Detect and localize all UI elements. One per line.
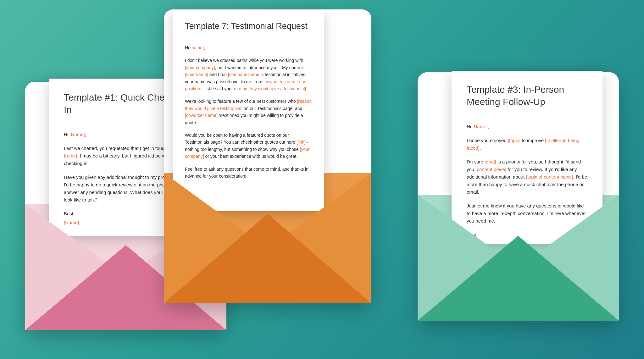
text: , (488, 124, 489, 129)
placeholder-name: [Name] (69, 132, 85, 137)
text: I hope you enjoyed (467, 138, 508, 143)
paragraph: Just let me know if you have any questio… (467, 202, 587, 225)
placeholder-content-topic: [topic of content piece] (526, 174, 573, 180)
placeholder-name: [name] (190, 45, 204, 50)
placeholder-coworkername: [coworker name] (185, 113, 217, 118)
text: -- she said you (201, 86, 233, 91)
template-doc-center: Template 7: Testimonial Request Hi [name… (173, 10, 324, 211)
text: , but I wanted to introduce myself. My n… (215, 65, 305, 70)
placeholder-name: [Name] (472, 124, 487, 129)
signoff: Best, (467, 231, 587, 239)
paragraph: I hope you enjoyed [topic] to improve [c… (467, 137, 587, 152)
text: or your best experience with us would be… (204, 154, 297, 159)
placeholder-name: [Name] (467, 241, 482, 246)
text: , (85, 132, 86, 137)
text: Last we chatted, you requested that I ge… (64, 146, 173, 151)
placeholder-reason: [reason they would give a testimonial] (233, 86, 306, 91)
placeholder-companyname: [company name] (228, 72, 261, 77)
template-doc-right: Template #3: In-Person Meeting Follow-Up… (452, 71, 602, 244)
text: to improve (520, 138, 545, 143)
template-title: Template 7: Testimonial Request (185, 21, 312, 32)
placeholder-goal: [goal] (485, 159, 496, 164)
signature: [Name] (467, 240, 587, 247)
greeting: Hi [Name], (467, 123, 587, 130)
placeholder-link: [link] (297, 140, 306, 145)
placeholder-company: [your company] (185, 65, 215, 70)
text: . (480, 145, 481, 151)
text: and I run (208, 72, 228, 77)
text: I'm sure (467, 159, 485, 164)
text: I don't believe we crossed paths while y… (185, 58, 303, 63)
text: . I may be a bit early, but I figured it… (64, 153, 174, 166)
paragraph: Would you be open to having a featured q… (185, 132, 312, 160)
paragraph: Feel free to ask any questions that come… (185, 166, 312, 180)
placeholder-name: [Name] (64, 220, 79, 225)
text: , (204, 45, 205, 50)
placeholder-topic: [topic] (508, 138, 520, 143)
paragraph: I don't believe we crossed paths while y… (185, 57, 312, 92)
template-title: Template #3: In-Person Meeting Follow-Up (467, 83, 587, 108)
greeting: Hi [name], (185, 44, 312, 51)
text: Hi (467, 124, 472, 129)
paragraph: We're looking to feature a few of our be… (185, 98, 312, 126)
text: Hi (185, 45, 190, 50)
text: We're looking to feature a few of our be… (185, 99, 297, 104)
text: on our Testimonials page, and (242, 106, 302, 111)
placeholder-content-piece: [content piece] (475, 167, 506, 172)
paragraph: I'm sure [goal] is a priority for you, s… (467, 158, 587, 196)
text: . (306, 86, 307, 91)
placeholder-yourname: [your name] (185, 72, 208, 77)
text: Hi (64, 132, 69, 137)
text: Would you be open to having a featured q… (185, 133, 297, 145)
